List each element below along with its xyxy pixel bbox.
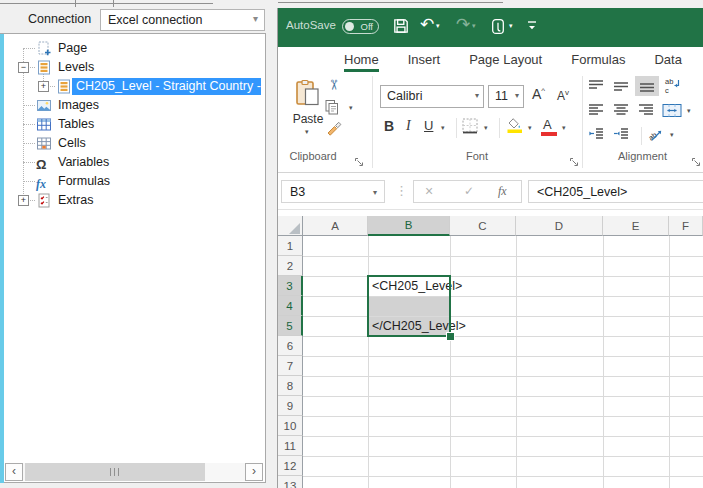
increase-indent-button[interactable] — [612, 126, 630, 146]
font-dialog-launcher[interactable] — [569, 153, 579, 163]
copy-menu-arrow[interactable]: ▾ — [349, 104, 353, 112]
column-header-e[interactable]: E — [603, 216, 669, 236]
paste-menu-arrow[interactable]: ▾ — [305, 128, 309, 136]
cancel-button[interactable]: × — [425, 183, 433, 199]
column-header-b[interactable]: B — [368, 216, 450, 236]
row-header-9[interactable]: 9 — [278, 396, 303, 416]
tab-data[interactable]: Data — [654, 52, 681, 72]
underline-menu-arrow[interactable]: ▾ — [441, 124, 445, 132]
font-color-menu-arrow[interactable]: ▾ — [562, 124, 566, 132]
shrink-font-button[interactable]: Av — [557, 88, 569, 103]
tree-item-ch205-level-straight-country-sale[interactable]: +CH205_Level - Straight Country - Sale — [0, 77, 261, 96]
insert-function-button[interactable]: fx — [498, 184, 507, 199]
row-header-4[interactable]: 4 — [278, 296, 303, 316]
tab-formulas[interactable]: Formulas — [571, 52, 625, 72]
font-name-combo[interactable]: Calibri ▾ — [380, 85, 484, 108]
row-header-6[interactable]: 6 — [278, 336, 303, 356]
redo-button[interactable]: ↷ — [456, 16, 470, 33]
borders-menu-arrow[interactable]: ▾ — [484, 124, 488, 132]
scroll-right-button[interactable]: › — [245, 463, 263, 481]
formula-input[interactable]: <CH205_Level> — [528, 180, 703, 203]
tree-item-levels[interactable]: −Levels — [0, 58, 261, 77]
grow-font-button[interactable]: A^ — [532, 86, 545, 102]
column-header-f[interactable]: F — [669, 216, 703, 236]
row-header-1[interactable]: 1 — [278, 236, 303, 256]
row-header-3[interactable]: 3 — [278, 276, 303, 296]
row-header-5[interactable]: 5 — [278, 316, 303, 336]
fill-color-menu-arrow[interactable]: ▾ — [528, 124, 532, 132]
alignment-dialog-launcher[interactable] — [691, 153, 701, 163]
expand-box[interactable]: + — [18, 195, 29, 206]
tab-home[interactable]: Home — [344, 52, 379, 72]
orientation-menu-arrow[interactable]: ▾ — [670, 131, 674, 139]
paste-button[interactable]: Paste ▾ — [289, 76, 327, 140]
gridline-horizontal — [303, 416, 703, 417]
tree-item-variables[interactable]: ΩVariables — [0, 153, 261, 172]
gridline-horizontal — [303, 276, 703, 277]
format-painter-button[interactable] — [325, 118, 344, 141]
cut-button[interactable]: ✂ — [326, 79, 342, 91]
row-header-10[interactable]: 10 — [278, 416, 303, 436]
scroll-left-button[interactable]: ‹ — [5, 463, 23, 481]
font-size-combo[interactable]: 11 ▾ — [488, 85, 524, 108]
fill-color-button[interactable] — [506, 117, 524, 139]
decrease-indent-button[interactable] — [587, 126, 605, 146]
undo-menu-arrow[interactable]: ▾ — [436, 22, 440, 30]
align-top-button[interactable] — [587, 78, 605, 98]
select-all-corner[interactable] — [278, 216, 303, 236]
merge-center-button[interactable] — [662, 103, 682, 122]
redo-menu-arrow[interactable]: ▾ — [472, 22, 476, 30]
bold-button[interactable]: B — [384, 118, 394, 134]
fill-handle[interactable] — [446, 332, 455, 341]
wrap-text-button[interactable]: abc — [664, 77, 683, 98]
row-header-11[interactable]: 11 — [278, 436, 303, 456]
row-header-7[interactable]: 7 — [278, 356, 303, 376]
italic-button[interactable]: I — [406, 118, 411, 134]
borders-button[interactable] — [462, 118, 479, 139]
orientation-button[interactable]: ab — [647, 126, 666, 147]
tab-insert[interactable]: Insert — [408, 52, 441, 72]
align-right-button[interactable] — [637, 102, 655, 122]
customize-quick-access-button[interactable] — [526, 18, 538, 37]
row-header-13[interactable]: 13 — [278, 476, 303, 488]
column-header-c[interactable]: C — [450, 216, 516, 236]
top-divider — [278, 2, 503, 3]
underline-button[interactable]: U — [424, 118, 433, 133]
connection-dropdown[interactable]: Excel connection ▾ — [100, 9, 265, 31]
column-header-d[interactable]: D — [516, 216, 603, 236]
collapse-box[interactable]: − — [18, 62, 29, 73]
tab-page-layout[interactable]: Page Layout — [469, 52, 542, 72]
touch-mode-menu-arrow[interactable]: ▾ — [509, 22, 513, 30]
row-header-8[interactable]: 8 — [278, 376, 303, 396]
tree-item-cells[interactable]: Cells — [0, 134, 261, 153]
row-header-2[interactable]: 2 — [278, 256, 303, 276]
align-left-button[interactable] — [587, 102, 605, 122]
font-color-button[interactable]: A — [541, 117, 557, 136]
tree-item-formulas[interactable]: fxFormulas — [0, 172, 261, 191]
formula-bar-drag-handle[interactable]: ⋮ — [395, 183, 408, 198]
tree-item-page[interactable]: Page — [0, 39, 261, 58]
name-box-arrow[interactable]: ▾ — [373, 188, 377, 197]
tree-item-images[interactable]: Images — [0, 96, 261, 115]
touch-mouse-mode-button[interactable] — [490, 18, 506, 39]
expand-box[interactable]: + — [38, 81, 49, 92]
align-middle-button[interactable] — [612, 78, 630, 98]
row-header-12[interactable]: 12 — [278, 456, 303, 476]
enter-button[interactable]: ✓ — [464, 184, 474, 198]
copy-button[interactable] — [324, 99, 341, 120]
tree-horizontal-scrollbar[interactable]: ‹ › — [5, 463, 263, 481]
undo-button[interactable]: ↶ — [420, 16, 434, 33]
dialog-launcher-icon — [691, 157, 701, 167]
align-center-button[interactable] — [612, 102, 630, 122]
name-box[interactable]: B3 ▾ — [281, 180, 385, 203]
tree-item-extras[interactable]: +Extras — [0, 191, 261, 210]
clipboard-dialog-launcher[interactable] — [354, 153, 364, 163]
save-button[interactable] — [392, 17, 410, 39]
merge-center-menu-arrow[interactable]: ▾ — [687, 107, 691, 115]
merge-center-icon — [662, 103, 682, 118]
column-header-a[interactable]: A — [303, 216, 368, 236]
autosave-toggle[interactable]: Off — [342, 19, 379, 34]
scrollbar-thumb[interactable] — [25, 463, 205, 481]
tree-item-tables[interactable]: Tables — [0, 115, 261, 134]
align-bottom-button-active[interactable] — [635, 76, 659, 96]
